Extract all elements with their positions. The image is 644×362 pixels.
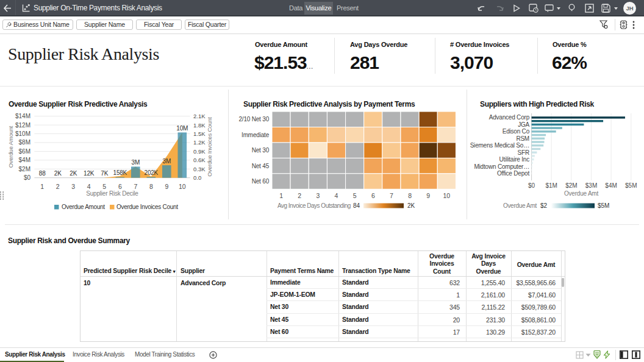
svg-text:$2M: $2M xyxy=(565,182,577,189)
svg-text:158K: 158K xyxy=(113,169,127,176)
svg-text:$0: $0 xyxy=(528,182,535,189)
svg-text:$2M: $2M xyxy=(19,166,30,172)
svg-text:0.3K: 0.3K xyxy=(193,166,206,172)
svg-text:10: 10 xyxy=(443,192,450,199)
svg-text:Net 30: Net 30 xyxy=(252,147,270,154)
svg-text:0.0: 0.0 xyxy=(193,174,201,181)
svg-text:Overdue Invoices Count: Overdue Invoices Count xyxy=(206,117,213,177)
svg-text:10: 10 xyxy=(179,183,186,190)
svg-text:88: 88 xyxy=(39,170,46,177)
svg-text:0.9K: 0.9K xyxy=(193,148,206,155)
svg-text:Midtown Computer…: Midtown Computer… xyxy=(474,163,529,170)
svg-text:$4M: $4M xyxy=(605,182,617,189)
svg-text:Overdue Amount: Overdue Amount xyxy=(7,126,14,168)
svg-text:2.1K: 2.1K xyxy=(193,113,206,119)
svg-text:2K: 2K xyxy=(54,170,62,177)
svg-text:Supplier Risk Decile: Supplier Risk Decile xyxy=(86,190,138,197)
svg-text:Siemens Medical So…: Siemens Medical So… xyxy=(470,142,529,149)
svg-text:202K: 202K xyxy=(145,169,159,176)
svg-text:Avg Invoice Days Outstanding: Avg Invoice Days Outstanding xyxy=(277,202,351,209)
svg-text:$14M: $14M xyxy=(15,113,30,119)
svg-text:1.8K: 1.8K xyxy=(193,122,206,129)
svg-text:3M: 3M xyxy=(163,158,171,165)
svg-text:2K: 2K xyxy=(70,170,77,177)
svg-text:$10M: $10M xyxy=(15,130,30,137)
svg-text:Edison Co: Edison Co xyxy=(503,128,530,135)
svg-text:$3M: $3M xyxy=(585,182,597,189)
svg-text:4: 4 xyxy=(335,192,338,199)
svg-text:10M: 10M xyxy=(176,125,188,132)
svg-text:$4M: $4M xyxy=(19,157,30,163)
svg-text:1: 1 xyxy=(279,192,283,199)
svg-text:2K: 2K xyxy=(407,202,415,209)
svg-text:$2: $2 xyxy=(540,202,548,209)
svg-text:SFR: SFR xyxy=(518,149,529,156)
svg-text:6: 6 xyxy=(118,183,122,190)
svg-text:$8M: $8M xyxy=(19,139,30,146)
svg-text:7: 7 xyxy=(134,183,137,190)
svg-text:$6M: $6M xyxy=(19,148,30,155)
svg-text:1: 1 xyxy=(40,183,44,190)
svg-text:Immediate: Immediate xyxy=(242,132,270,138)
svg-text:7K: 7K xyxy=(101,170,108,177)
svg-text:$0: $0 xyxy=(24,174,31,181)
svg-text:$1M: $1M xyxy=(545,182,557,189)
svg-text:84: 84 xyxy=(353,202,360,209)
svg-text:RSM: RSM xyxy=(516,135,529,142)
svg-text:8: 8 xyxy=(149,183,153,190)
svg-text:7: 7 xyxy=(390,192,393,199)
svg-text:Overdue Amt: Overdue Amt xyxy=(564,190,599,197)
svg-text:9: 9 xyxy=(426,192,430,199)
svg-text:8: 8 xyxy=(408,192,412,199)
svg-text:2: 2 xyxy=(56,183,60,190)
svg-text:Overdue Amt: Overdue Amt xyxy=(503,202,537,209)
svg-text:$5M: $5M xyxy=(598,202,609,209)
svg-text:1.5K: 1.5K xyxy=(193,130,206,137)
svg-text:Net 60: Net 60 xyxy=(252,178,270,185)
svg-text:3M: 3M xyxy=(132,159,140,166)
svg-text:1.2K: 1.2K xyxy=(193,139,206,146)
svg-text:5: 5 xyxy=(102,183,106,190)
svg-text:Overdue Invoices Count: Overdue Invoices Count xyxy=(116,204,178,210)
svg-text:2: 2 xyxy=(298,192,301,199)
svg-text:Overdue Amount: Overdue Amount xyxy=(62,204,105,210)
svg-text:2/10 Net 30: 2/10 Net 30 xyxy=(238,116,269,122)
svg-text:3: 3 xyxy=(316,192,320,199)
svg-text:3: 3 xyxy=(71,183,75,190)
svg-text:5: 5 xyxy=(353,192,357,199)
svg-text:$5M: $5M xyxy=(625,182,637,189)
svg-text:JGA: JGA xyxy=(518,121,529,128)
svg-text:Utilitaire Inc: Utilitaire Inc xyxy=(499,156,530,163)
svg-text:$12M: $12M xyxy=(15,122,30,129)
svg-text:9: 9 xyxy=(165,183,168,190)
svg-text:0.6K: 0.6K xyxy=(193,157,206,163)
svg-text:6: 6 xyxy=(371,192,375,199)
svg-text:Office Depot: Office Depot xyxy=(497,170,529,177)
svg-text:Advanced Corp: Advanced Corp xyxy=(489,114,530,121)
svg-text:4: 4 xyxy=(87,183,91,190)
svg-text:12K: 12K xyxy=(84,170,95,177)
svg-text:Net 45: Net 45 xyxy=(252,163,270,169)
